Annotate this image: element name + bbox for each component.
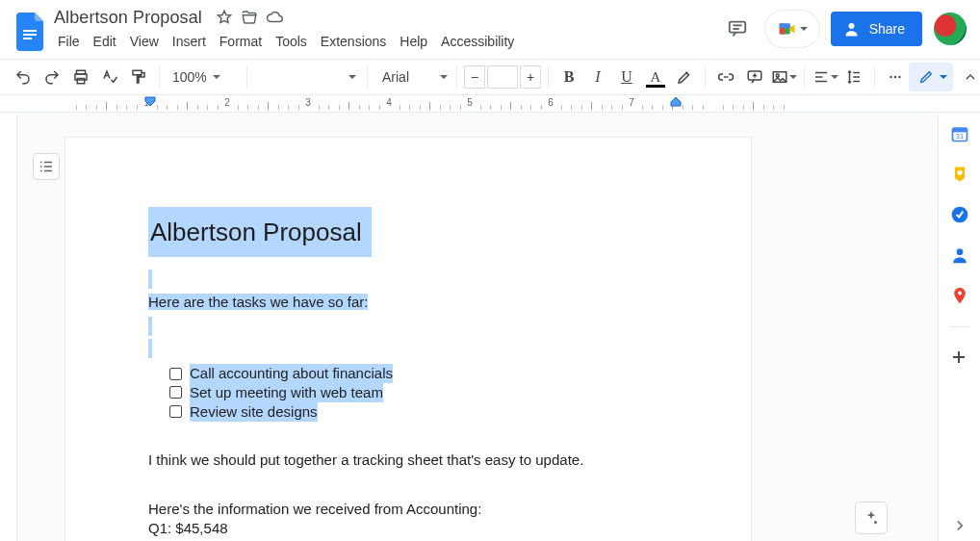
svg-point-28: [898, 76, 900, 78]
paint-format-button[interactable]: [125, 64, 152, 90]
meet-button[interactable]: [765, 11, 819, 47]
side-panel-divider: [949, 326, 970, 327]
cloud-saved-icon[interactable]: [264, 7, 285, 28]
menu-extensions[interactable]: Extensions: [315, 31, 392, 52]
star-icon[interactable]: [214, 7, 235, 28]
zoom-value: 100%: [172, 69, 207, 85]
svg-point-41: [956, 248, 963, 255]
menu-file[interactable]: File: [52, 31, 86, 52]
left-indent-marker[interactable]: [144, 96, 156, 110]
undo-button[interactable]: [10, 64, 37, 90]
svg-point-27: [894, 76, 896, 78]
menu-view[interactable]: View: [124, 31, 165, 52]
paragraph-style-dropdown[interactable]: [254, 75, 360, 79]
hide-sidepanel-button[interactable]: [951, 517, 968, 534]
checkbox-icon[interactable]: [169, 405, 182, 418]
outline-toggle-button[interactable]: [33, 153, 60, 180]
checkbox-icon[interactable]: [169, 386, 182, 399]
title-icon-row: [214, 7, 285, 29]
menu-help[interactable]: Help: [394, 31, 433, 52]
vertical-ruler[interactable]: [0, 113, 17, 541]
person-icon: [844, 20, 862, 38]
font-size-field[interactable]: [487, 65, 518, 89]
titlebar-right: Share: [721, 7, 967, 47]
share-label: Share: [869, 21, 905, 37]
checklist-text[interactable]: Call accounting about financials: [190, 364, 393, 383]
svg-rect-14: [133, 70, 142, 75]
account-avatar[interactable]: [934, 13, 967, 45]
document-content[interactable]: Albertson Proposal Here are the tasks we…: [65, 138, 751, 541]
increase-font-button[interactable]: +: [520, 65, 541, 89]
svg-point-39: [957, 170, 962, 175]
chevron-down-icon: [831, 75, 838, 79]
right-indent-marker[interactable]: [670, 96, 682, 110]
chevron-down-icon: [213, 75, 220, 79]
print-button[interactable]: [67, 64, 94, 90]
maps-icon[interactable]: [950, 286, 969, 305]
keep-icon[interactable]: [950, 165, 969, 184]
menu-edit[interactable]: Edit: [88, 31, 122, 52]
font-dropdown[interactable]: Arial: [374, 69, 450, 85]
docs-logo-icon[interactable]: [13, 9, 48, 55]
checklist-text[interactable]: Review site designs: [190, 402, 318, 422]
align-button[interactable]: [812, 64, 838, 90]
tasks-intro[interactable]: Here are the tasks we have so far:: [148, 294, 368, 310]
svg-point-9: [848, 23, 854, 29]
spellcheck-button[interactable]: [96, 64, 123, 90]
svg-text:31: 31: [955, 132, 963, 141]
more-toolbar-button[interactable]: [882, 64, 909, 90]
calendar-icon[interactable]: 31: [950, 124, 969, 143]
zoom-dropdown[interactable]: 100%: [167, 69, 240, 85]
horizontal-ruler[interactable]: 1234567: [0, 95, 980, 113]
document-title[interactable]: Albertson Proposal: [48, 8, 208, 28]
explore-button[interactable]: [855, 502, 888, 534]
comments-icon[interactable]: [721, 13, 754, 45]
underline-button[interactable]: U: [613, 64, 640, 90]
quarter-row[interactable]: Q1: $45,548: [148, 519, 751, 538]
doc-heading[interactable]: Albertson Proposal: [150, 218, 362, 246]
checkbox-icon[interactable]: [169, 368, 182, 380]
line-spacing-button[interactable]: [840, 64, 867, 90]
addons-icon[interactable]: [950, 348, 969, 368]
tracking-paragraph[interactable]: I think we should put together a trackin…: [148, 451, 751, 470]
bold-button[interactable]: B: [555, 64, 582, 90]
decrease-font-button[interactable]: −: [464, 65, 485, 89]
checklist-text[interactable]: Set up meeting with web team: [190, 383, 383, 402]
accounting-intro[interactable]: Here's the information we received from …: [148, 500, 751, 519]
workspace: Albertson Proposal Here are the tasks we…: [0, 113, 980, 541]
chevron-down-icon: [800, 27, 808, 31]
redo-button[interactable]: [39, 64, 65, 90]
italic-button[interactable]: I: [584, 64, 611, 90]
menu-format[interactable]: Format: [214, 31, 268, 52]
title-column: Albertson Proposal File Edit View Insert…: [48, 7, 721, 52]
collapse-toolbar-button[interactable]: [957, 64, 980, 90]
insert-image-button[interactable]: [770, 64, 797, 90]
checklist-item[interactable]: Call accounting about financials: [148, 364, 751, 383]
svg-rect-8: [779, 24, 789, 29]
side-panel: 31: [938, 113, 980, 541]
document-page[interactable]: Albertson Proposal Here are the tasks we…: [65, 138, 751, 541]
tasks-icon[interactable]: [950, 205, 969, 224]
chevron-down-icon: [940, 75, 947, 79]
checklist-item[interactable]: Set up meeting with web team: [148, 383, 751, 402]
share-button[interactable]: Share: [831, 12, 922, 46]
menu-insert[interactable]: Insert: [167, 31, 212, 52]
checklist-item[interactable]: Review site designs: [148, 402, 751, 422]
svg-point-26: [890, 76, 891, 78]
text-color-button[interactable]: A: [642, 64, 669, 90]
menu-bar: File Edit View Insert Format Tools Exten…: [48, 29, 721, 52]
add-comment-button[interactable]: [741, 64, 768, 90]
insert-link-button[interactable]: [712, 64, 739, 90]
contacts-icon[interactable]: [950, 245, 969, 265]
editing-mode-chip[interactable]: [909, 63, 953, 91]
menu-accessibility[interactable]: Accessibility: [435, 31, 520, 52]
menu-tools[interactable]: Tools: [270, 31, 313, 52]
highlight-button[interactable]: [671, 64, 698, 90]
move-icon[interactable]: [239, 7, 260, 28]
canvas-area: Albertson Proposal Here are the tasks we…: [17, 113, 938, 541]
svg-rect-3: [729, 22, 745, 33]
chevron-down-icon: [440, 75, 448, 79]
font-name: Arial: [382, 69, 409, 85]
svg-point-19: [776, 74, 779, 77]
toolbar: 100% Arial − + B I U A: [0, 59, 980, 95]
